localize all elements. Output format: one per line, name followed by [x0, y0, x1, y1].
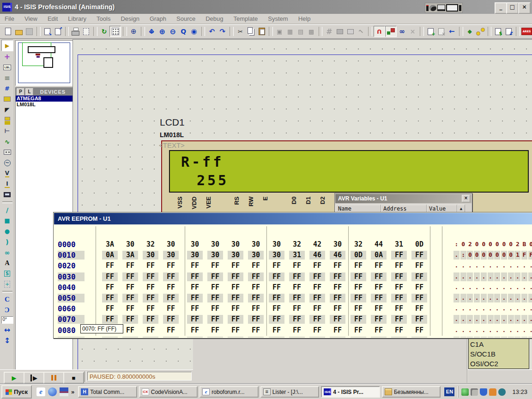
overview-window[interactable]: [15, 40, 73, 86]
toggle-grid-icon[interactable]: [109, 26, 121, 37]
device-item-lm018l[interactable]: LM018L: [16, 102, 73, 108]
netlist-to-ares-icon[interactable]: [521, 26, 532, 36]
pan-icon[interactable]: [146, 26, 157, 36]
task-button-total-commander[interactable]: Total Comm...: [78, 386, 137, 398]
new-sheet-icon[interactable]: [425, 26, 436, 36]
packaging-tool-icon[interactable]: [345, 26, 356, 36]
menu-library[interactable]: Library: [68, 15, 86, 22]
messenger-icon[interactable]: [48, 387, 57, 396]
zoom-in-icon[interactable]: [157, 26, 168, 36]
hand-icon[interactable]: [489, 388, 496, 396]
avr-variables-title-bar[interactable]: AVR Variables - U1 ×: [335, 194, 472, 203]
menu-file[interactable]: File: [5, 15, 14, 22]
redo-icon[interactable]: [217, 26, 228, 36]
menu-debug[interactable]: Debug: [206, 15, 223, 22]
component-icon[interactable]: [1, 40, 13, 51]
current-probe-icon[interactable]: [2, 179, 13, 189]
pick-device-icon[interactable]: [324, 26, 334, 36]
stop-button[interactable]: [63, 372, 84, 384]
play-button[interactable]: [4, 372, 24, 384]
language-indicator[interactable]: EN: [444, 387, 454, 396]
menu-system[interactable]: System: [268, 15, 288, 22]
zoom-to-child-icon[interactable]: [465, 26, 475, 36]
mirror-horizontal-icon[interactable]: [2, 325, 13, 335]
zoom-out-icon[interactable]: [168, 26, 178, 36]
quick-launch-overflow[interactable]: »: [71, 388, 74, 395]
rotate-cw-icon[interactable]: [2, 294, 13, 305]
menu-source[interactable]: Source: [176, 15, 195, 22]
search-tag-icon[interactable]: [385, 26, 397, 37]
task-button-ie-page[interactable]: roboforum.r...: [200, 386, 259, 398]
avr-eeprom-title-bar[interactable]: AVR EEPROM - U1: [54, 213, 532, 224]
wire-label-icon[interactable]: [2, 62, 13, 73]
menu-graph[interactable]: Graph: [150, 15, 166, 22]
bill-of-materials-icon[interactable]: [493, 26, 503, 36]
remove-sheet-icon[interactable]: [436, 26, 447, 36]
close-button[interactable]: ×: [518, 2, 531, 14]
start-button[interactable]: Пуск: [1, 385, 32, 399]
2d-arc-icon[interactable]: [2, 236, 13, 247]
agent-icon[interactable]: [461, 388, 469, 396]
eeprom-hex-grid[interactable]: 00003A30323030303030303242303244310D:020…: [54, 224, 532, 338]
bus-icon[interactable]: [2, 83, 13, 94]
zoom-view-icon[interactable]: [178, 26, 189, 36]
2d-marker-icon[interactable]: [2, 279, 13, 290]
graph-icon[interactable]: [2, 136, 13, 147]
save-icon[interactable]: [24, 26, 35, 36]
block-move-icon[interactable]: [285, 26, 296, 36]
block-delete-icon[interactable]: [306, 26, 317, 36]
virtual-instruments-icon[interactable]: [2, 189, 13, 200]
generator-icon[interactable]: [2, 157, 13, 168]
pick-button[interactable]: P: [17, 88, 24, 96]
text-script-icon[interactable]: [2, 73, 13, 83]
angle-field[interactable]: 0°: [1, 316, 13, 324]
rotate-ccw-icon[interactable]: [2, 305, 13, 315]
2d-circle-icon[interactable]: [2, 226, 13, 236]
floppy-icon[interactable]: [60, 387, 68, 396]
menu-template[interactable]: Template: [234, 15, 258, 22]
task-button-document[interactable]: Безымянны...: [382, 386, 441, 398]
minimize-button[interactable]: _: [495, 2, 507, 14]
new-file-icon[interactable]: [3, 26, 13, 36]
task-button-codevision[interactable]: CodeVisionA...: [139, 386, 198, 398]
2d-symbol-icon[interactable]: [2, 268, 13, 279]
subcircuit-icon[interactable]: [2, 94, 13, 104]
goto-parent-icon[interactable]: [475, 26, 486, 36]
menu-help[interactable]: Help: [298, 15, 311, 22]
wire-autorouter-icon[interactable]: [374, 26, 385, 37]
voltage-probe-icon[interactable]: [2, 168, 13, 179]
shield-icon[interactable]: [480, 388, 487, 396]
open-folder-icon[interactable]: [13, 26, 24, 36]
volume-icon[interactable]: [471, 388, 478, 396]
library-button[interactable]: L: [25, 88, 33, 96]
electrical-rule-check-icon[interactable]: [503, 26, 514, 36]
property-assignment-icon[interactable]: [407, 26, 418, 36]
2d-text-icon[interactable]: [2, 258, 13, 268]
instant-edit-icon[interactable]: [2, 104, 13, 115]
device-pin-icon[interactable]: [2, 126, 13, 136]
undo-icon[interactable]: [206, 26, 217, 36]
menu-tools[interactable]: Tools: [97, 15, 110, 22]
print-icon[interactable]: [70, 26, 81, 36]
block-rotate-icon[interactable]: [296, 26, 306, 36]
menu-design[interactable]: Design: [121, 15, 139, 22]
close-icon[interactable]: ×: [462, 195, 470, 202]
step-button[interactable]: [24, 372, 44, 384]
antivirus-icon[interactable]: [498, 388, 506, 396]
tape-recorder-icon[interactable]: [2, 147, 13, 157]
task-button-isis[interactable]: 4 - ISIS Pr...: [321, 386, 380, 398]
device-item-atmega8[interactable]: ATMEGA8: [16, 96, 73, 102]
task-button-lister[interactable]: Lister - [J:\...: [260, 386, 320, 398]
zoom-all-icon[interactable]: [189, 26, 200, 36]
redraw-icon[interactable]: [99, 26, 109, 36]
terminal-icon[interactable]: [2, 115, 13, 126]
decompose-icon[interactable]: [356, 26, 366, 36]
pause-button[interactable]: [43, 372, 64, 384]
export-section-icon[interactable]: [53, 26, 63, 36]
origin-icon[interactable]: [128, 26, 139, 36]
junction-dot-icon[interactable]: [2, 51, 13, 62]
ie-icon[interactable]: [36, 387, 45, 396]
2d-path-icon[interactable]: [2, 247, 13, 258]
maximize-button[interactable]: □: [506, 2, 519, 14]
mark-output-area-icon[interactable]: [81, 26, 91, 36]
